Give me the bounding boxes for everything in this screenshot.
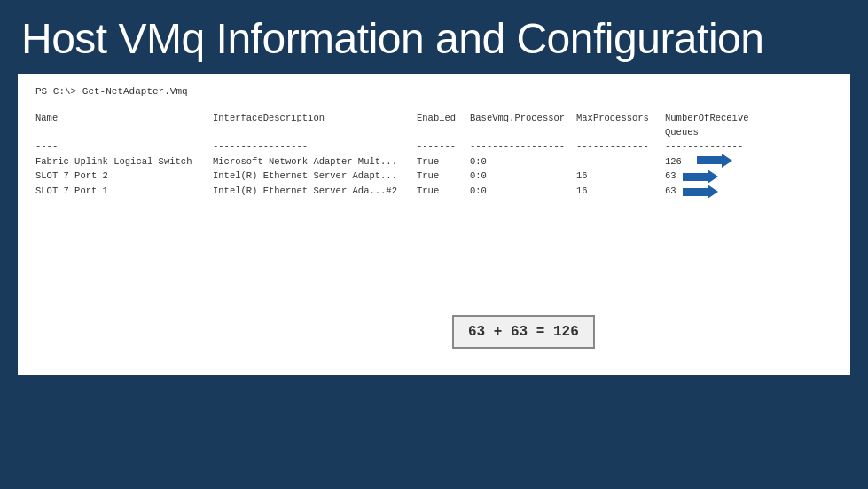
row1-name: Fabric Uplink Logical Switch [35,154,213,170]
table-separator: ---- ----------------- ------- ---------… [35,139,833,154]
sep-enabled: ------- [417,139,470,154]
row2-base: 0:0 [470,169,576,184]
arrow-bar-row1 [697,156,722,164]
content-area: PS C:\> Get-NetAdapter.Vmq Name Interfac… [18,74,850,375]
row3-base: 0:0 [470,184,576,199]
arrow-head-row2 [708,170,718,184]
title-bar: Host VMq Information and Configuration [0,0,868,74]
page-title: Host VMq Information and Configuration [21,16,847,63]
row2-desc: Intel(R) Ethernet Server Adapt... [213,169,417,184]
table-row: SLOT 7 Port 2 Intel(R) Ethernet Server A… [35,169,833,184]
data-table: Name InterfaceDescription Enabled BaseVm… [35,111,833,199]
row1-enabled: True [417,154,470,170]
sep-base: ----------------- [470,139,576,154]
row1-numqueues: 126 [665,154,771,170]
ps-command: PS C:\> Get-NetAdapter.Vmq [35,86,833,97]
sep-numqueues: -------------- [665,139,771,154]
arrow-row2 [683,170,718,184]
row3-name: SLOT 7 Port 1 [35,184,213,199]
col-header-maxproc: MaxProcessors [576,111,665,140]
arrow-head-row1 [722,154,732,168]
arrow-bar-row2 [683,173,708,181]
row1-base: 0:0 [470,154,576,170]
sep-maxproc: ------------- [576,139,665,154]
col-header-enabled: Enabled [417,111,470,140]
arrow-head-row3 [708,185,718,199]
table-body: Fabric Uplink Logical Switch Microsoft N… [35,154,833,199]
table-header-row: Name InterfaceDescription Enabled BaseVm… [35,111,833,140]
row1-desc: Microsoft Network Adapter Mult... [213,154,417,170]
arrow-bar-row3 [683,188,708,196]
arrow-row1 [697,154,732,168]
row3-enabled: True [417,184,470,199]
row2-enabled: True [417,169,470,184]
col-header-base: BaseVmq.Processor [470,111,576,140]
row2-maxproc: 16 [576,169,665,184]
annotation-text: 63 + 63 = 126 [468,324,579,340]
row1-maxproc [576,154,665,170]
sep-desc: ----------------- [213,139,417,154]
col-header-numqueues: NumberOfReceiveQueues [665,111,771,140]
sep-name: ---- [35,139,213,154]
row3-desc: Intel(R) Ethernet Server Ada...#2 [213,184,417,199]
table-row: Fabric Uplink Logical Switch Microsoft N… [35,154,833,170]
annotation-box: 63 + 63 = 126 [452,315,595,349]
row2-name: SLOT 7 Port 2 [35,169,213,184]
arrow-row3 [683,185,718,199]
row3-numqueues: 63 [665,184,771,199]
col-header-name: Name [35,111,213,140]
table-row: SLOT 7 Port 1 Intel(R) Ethernet Server A… [35,184,833,199]
row3-maxproc: 16 [576,184,665,199]
col-header-desc: InterfaceDescription [213,111,417,140]
row2-numqueues: 63 [665,169,771,184]
